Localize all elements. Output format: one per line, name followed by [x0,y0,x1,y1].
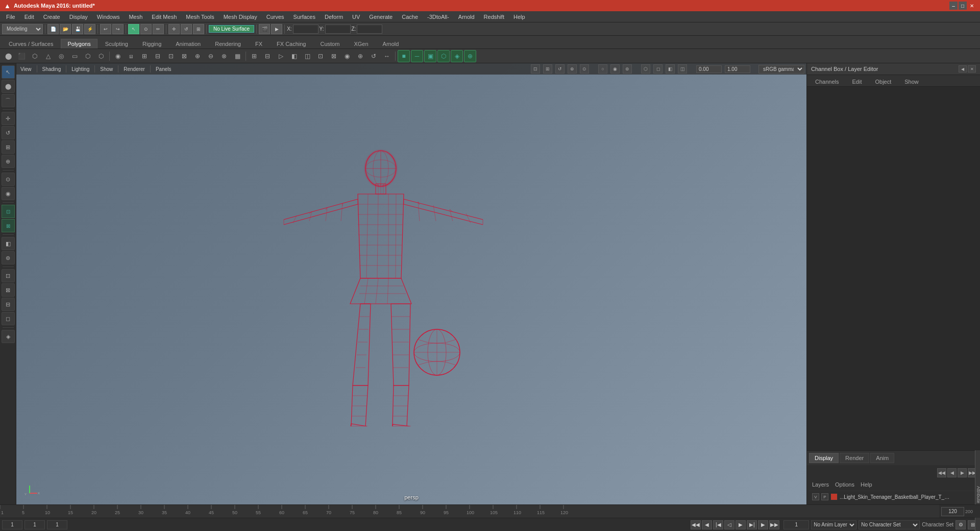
menu-item-cache[interactable]: Cache [398,13,422,21]
cone-icon-btn[interactable]: △ [42,50,54,62]
cylinder-icon-btn[interactable]: ⬡ [29,50,41,62]
layer-next-btn[interactable]: ▶ [958,468,967,477]
paint-tool[interactable]: ✏ [153,24,164,34]
render-tab[interactable]: Render [840,453,869,463]
append-poly-icon-btn[interactable]: ▷ [275,50,287,62]
smooth-mesh-icon-btn[interactable]: ◉ [112,50,124,62]
show-menu[interactable]: Show [98,65,115,73]
x-input[interactable] [293,25,318,34]
viewport[interactable]: View Shading Lighting Show Renderer Pane… [16,63,806,504]
no-anim-layer-select[interactable]: No Anim Layer [811,520,856,529]
select-tool[interactable]: ↖ [128,24,139,34]
menu-item-windows[interactable]: Windows [93,13,124,21]
scene-lt[interactable]: ⊡ [2,269,15,282]
vp-btn7[interactable]: ◉ [610,64,620,74]
disc-icon-btn[interactable]: ⬡ [82,50,94,62]
timeline-end-input[interactable] [941,507,964,516]
tab-curves-surfaces[interactable]: Curves / Surfaces [2,39,60,49]
frame-marker-input[interactable] [47,520,67,529]
last-tool-lt[interactable]: ⊚ [2,251,15,264]
redo-button[interactable]: ↪ [112,24,124,34]
no-live-surface-button[interactable]: No Live Surface [209,25,254,33]
menu-item-edit[interactable]: Edit [20,13,38,21]
lighting-menu[interactable]: Lighting [69,65,91,73]
menu-item-mesh-tools[interactable]: Mesh Tools [182,13,218,21]
render-lt[interactable]: ◈ [2,330,15,343]
anim-tab[interactable]: Anim [870,453,894,463]
tab-fx-caching[interactable]: FX Caching [270,39,312,49]
prev-frame-btn[interactable]: ◀ [702,520,712,529]
torus-icon-btn[interactable]: ◎ [55,50,67,62]
layer-prev-btn[interactable]: ◀ [947,468,957,477]
display-tab[interactable]: Display [809,453,839,463]
gamma-select[interactable]: sRGB gamma [758,65,804,74]
interactive-split-icon-btn[interactable]: ◫ [301,50,313,62]
maximize-button[interactable]: □ [959,2,967,10]
save-button[interactable]: 💾 [72,24,83,34]
tab-rendering[interactable]: Rendering [208,39,248,49]
frame-current-input[interactable] [24,520,45,529]
lasso-select-lt[interactable]: ⌒ [2,94,15,107]
close-button[interactable]: ✕ [968,2,976,10]
no-character-set-select[interactable]: No Character Set [859,520,920,529]
prev-key-btn[interactable]: |◀ [713,520,723,529]
spin-edge-icon-btn[interactable]: ↺ [368,50,380,62]
prefs-btn[interactable]: ⚙ [955,520,966,529]
select-tool-lt[interactable]: ↖ [2,65,15,79]
vp-btn3[interactable]: ↺ [555,64,565,74]
scale-lt[interactable]: ⊞ [2,140,15,154]
layers-option[interactable]: Layers [810,480,831,489]
channels-tab[interactable]: Channels [809,77,845,86]
minimize-button[interactable]: – [949,2,958,10]
separate-icon-btn[interactable]: ⊖ [205,50,217,62]
duplicate-icon-btn[interactable]: ⊗ [218,50,230,62]
timeline[interactable]: 1 5 10 15 20 25 30 35 40 45 50 55 [0,504,980,518]
tab-rigging[interactable]: Rigging [136,39,168,49]
vertex-select-icon-btn[interactable]: ■ [398,50,410,62]
tab-arnold[interactable]: Arnold [376,39,406,49]
undo-button[interactable]: ↩ [100,24,111,34]
paint-select-lt[interactable]: ⬤ [2,80,15,93]
plane-icon-btn[interactable]: ▭ [68,50,81,62]
tab-fx[interactable]: FX [249,39,269,49]
panels-menu[interactable]: Panels [154,65,174,73]
menu-item-uv[interactable]: UV [348,13,364,21]
collapse-edge-icon-btn[interactable]: ⊠ [328,50,340,62]
sculpt-lt[interactable]: ◉ [2,187,15,200]
move-tool[interactable]: ✛ [168,24,180,34]
fill-hole-icon-btn[interactable]: ⊡ [165,50,177,62]
vp-btn5[interactable]: ⊙ [580,64,589,74]
go-end-btn[interactable]: ▶▶ [769,520,779,529]
vp-btn12[interactable]: ◫ [678,64,687,74]
tab-polygons[interactable]: Polygons [61,39,97,49]
vp-btn4[interactable]: ⊕ [568,64,577,74]
layer-rewind-btn[interactable]: ◀◀ [937,468,946,477]
menu-item-mesh[interactable]: Mesh [125,13,146,21]
options-option[interactable]: Options [833,480,856,489]
menu-item--3dtoall-[interactable]: -3DtoAll- [423,13,453,21]
edge-select-icon-btn[interactable]: ─ [411,50,423,62]
uv-editor-lt[interactable]: ◻ [2,312,15,325]
z-input[interactable] [357,25,382,34]
next-frame-btn[interactable]: ▶ [758,520,768,529]
sphere-icon-btn[interactable]: ⬤ [2,50,14,62]
extrude-icon-btn[interactable]: ⊞ [138,50,151,62]
next-key-btn[interactable]: ▶| [747,520,757,529]
menu-item-create[interactable]: Create [39,13,64,21]
offset-loop-icon-btn[interactable]: ⊟ [261,50,274,62]
shading-menu[interactable]: Shading [40,65,63,73]
show-tab[interactable]: Show [898,77,925,86]
multi-select-icon-btn[interactable]: ⊕ [464,50,476,62]
y-input[interactable] [325,25,351,34]
open-button[interactable]: 📂 [60,24,71,34]
workspace-dropdown[interactable]: Modeling [2,24,43,34]
vp-btn6[interactable]: ○ [598,64,607,74]
edit-tab[interactable]: Edit [846,77,868,86]
go-start-btn[interactable]: ◀◀ [691,520,701,529]
uv-select-icon-btn[interactable]: ⬡ [437,50,450,62]
layer-visibility-btn[interactable]: V [812,493,819,500]
timeline-ruler[interactable]: 1 5 10 15 20 25 30 35 40 45 50 55 [0,505,939,518]
ipr-render-button[interactable]: ▶ [271,24,282,34]
cle-expand-btn[interactable]: ◀ [959,65,967,73]
value2-input[interactable] [725,65,750,73]
